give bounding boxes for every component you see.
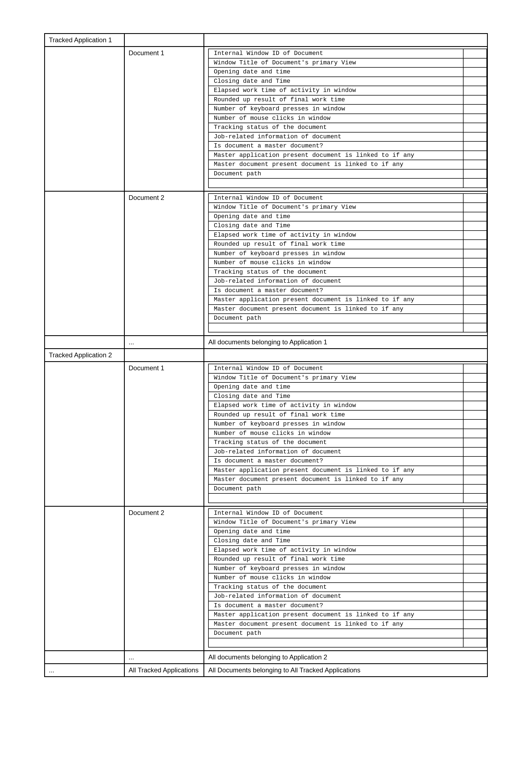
detail-field-blank bbox=[463, 493, 487, 503]
detail-field-value bbox=[463, 86, 487, 95]
detail-field-value bbox=[463, 203, 487, 212]
detail-field-value bbox=[463, 592, 487, 601]
detail-field-value bbox=[463, 546, 487, 555]
empty-cell bbox=[204, 34, 488, 47]
detail-field: Tracking status of the document bbox=[208, 123, 463, 132]
detail-field: Master document present document is link… bbox=[208, 619, 463, 629]
detail-field: Master application present document is l… bbox=[208, 610, 463, 619]
detail-field: Internal Window ID of Document bbox=[208, 509, 463, 518]
detail-list: Internal Window ID of DocumentWindow Tit… bbox=[208, 193, 487, 333]
empty-cell bbox=[124, 349, 204, 362]
detail-field-value bbox=[463, 114, 487, 123]
detail-field-value bbox=[463, 268, 487, 277]
ellipsis-cell: ... bbox=[124, 651, 204, 664]
detail-field: Number of mouse clicks in window bbox=[208, 429, 463, 438]
detail-field: Rounded up result of final work time bbox=[208, 555, 463, 564]
detail-field-value bbox=[463, 383, 487, 392]
detail-field: Elapsed work time of activity in window bbox=[208, 230, 463, 240]
detail-list: Internal Window ID of DocumentWindow Tit… bbox=[208, 508, 487, 648]
detail-field-value bbox=[463, 305, 487, 314]
detail-field-value bbox=[463, 132, 487, 142]
detail-field: Number of mouse clicks in window bbox=[208, 114, 463, 123]
detail-field-value bbox=[463, 77, 487, 86]
detail-field: Job-related information of document bbox=[208, 447, 463, 457]
detail-field: Rounded up result of final work time bbox=[208, 95, 463, 105]
detail-field-value bbox=[463, 373, 487, 383]
detail-field: Opening date and time bbox=[208, 67, 463, 77]
detail-field-value bbox=[463, 401, 487, 410]
detail-field-blank bbox=[208, 493, 463, 503]
detail-field-value bbox=[463, 619, 487, 629]
detail-field-value bbox=[463, 212, 487, 221]
detail-field-value bbox=[463, 466, 487, 475]
detail-field-value bbox=[463, 104, 487, 114]
detail-field-value bbox=[463, 573, 487, 583]
detail-field-value bbox=[463, 151, 487, 160]
detail-field-value bbox=[463, 230, 487, 240]
detail-field: Document path bbox=[208, 629, 463, 638]
detail-field-value bbox=[463, 258, 487, 268]
detail-field-value bbox=[463, 420, 487, 429]
app1-doc1-label: Document 1 bbox=[124, 47, 204, 191]
app2-doc1-label: Document 1 bbox=[124, 362, 204, 506]
detail-field: Closing date and Time bbox=[208, 221, 463, 230]
all-tracked-apps-label: All Tracked Applications bbox=[124, 664, 204, 677]
empty-cell bbox=[45, 362, 125, 506]
empty-cell bbox=[45, 47, 125, 191]
detail-field: Is document a master document? bbox=[208, 601, 463, 610]
empty-cell bbox=[45, 191, 125, 336]
detail-field: Opening date and time bbox=[208, 212, 463, 221]
empty-cell bbox=[204, 349, 488, 362]
empty-cell bbox=[45, 336, 125, 349]
app2-label: Tracked Application 2 bbox=[45, 349, 125, 362]
detail-field: Number of keyboard presses in window bbox=[208, 249, 463, 258]
detail-field-value bbox=[463, 221, 487, 230]
detail-field-value bbox=[463, 610, 487, 619]
detail-field-value bbox=[463, 564, 487, 573]
detail-field: Number of mouse clicks in window bbox=[208, 573, 463, 583]
app2-doc2-label: Document 2 bbox=[124, 506, 204, 651]
detail-field: Tracking status of the document bbox=[208, 583, 463, 592]
detail-field-value bbox=[463, 410, 487, 420]
detail-field: Document path bbox=[208, 484, 463, 494]
detail-field-value bbox=[463, 193, 487, 203]
detail-field: Rounded up result of final work time bbox=[208, 410, 463, 420]
detail-field: Tracking status of the document bbox=[208, 438, 463, 447]
empty-cell bbox=[45, 651, 125, 664]
detail-field: Closing date and Time bbox=[208, 77, 463, 86]
detail-field-value bbox=[463, 527, 487, 536]
detail-field: Master application present document is l… bbox=[208, 466, 463, 475]
detail-field: Job-related information of document bbox=[208, 132, 463, 142]
detail-field: Internal Window ID of Document bbox=[208, 193, 463, 203]
detail-field-value bbox=[463, 49, 487, 58]
empty-cell bbox=[45, 506, 125, 651]
detail-field: Master document present document is link… bbox=[208, 305, 463, 314]
detail-field-value bbox=[463, 629, 487, 638]
detail-field-value bbox=[463, 249, 487, 258]
detail-field-value bbox=[463, 447, 487, 457]
detail-field: Number of keyboard presses in window bbox=[208, 104, 463, 114]
detail-field-value bbox=[463, 295, 487, 305]
detail-list: Internal Window ID of DocumentWindow Tit… bbox=[208, 48, 487, 188]
detail-field: Master application present document is l… bbox=[208, 295, 463, 305]
detail-field-value bbox=[463, 95, 487, 105]
app2-doc1-details: Internal Window ID of DocumentWindow Tit… bbox=[204, 362, 488, 506]
detail-field-blank bbox=[208, 638, 463, 647]
detail-field-value bbox=[463, 456, 487, 466]
detail-field: Master document present document is link… bbox=[208, 160, 463, 169]
detail-field: Document path bbox=[208, 314, 463, 323]
detail-field: Is document a master document? bbox=[208, 141, 463, 151]
detail-field: Internal Window ID of Document bbox=[208, 49, 463, 58]
detail-field: Window Title of Document's primary View bbox=[208, 203, 463, 212]
detail-field: Number of keyboard presses in window bbox=[208, 420, 463, 429]
app1-doc2-label: Document 2 bbox=[124, 191, 204, 336]
app1-doc1-details: Internal Window ID of DocumentWindow Tit… bbox=[204, 47, 488, 191]
detail-field-value bbox=[463, 601, 487, 610]
detail-field-blank bbox=[208, 178, 463, 188]
detail-field: Job-related information of document bbox=[208, 277, 463, 286]
detail-field-value bbox=[463, 484, 487, 494]
all-docs-app2: All documents belonging to Application 2 bbox=[204, 651, 488, 664]
detail-field-value bbox=[463, 555, 487, 564]
detail-list: Internal Window ID of DocumentWindow Tit… bbox=[208, 364, 487, 503]
detail-field: Elapsed work time of activity in window bbox=[208, 546, 463, 555]
